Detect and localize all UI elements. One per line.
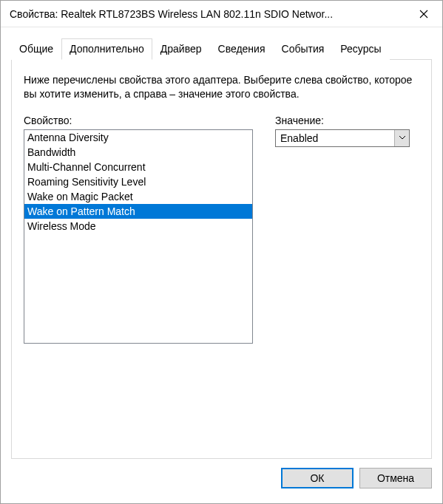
property-listbox[interactable]: Antenna Diversity Bandwidth Multi-Channe…: [24, 129, 253, 344]
tab-details[interactable]: Сведения: [210, 38, 274, 60]
tab-bar: Общие Дополнительно Драйвер Сведения Соб…: [11, 38, 432, 60]
list-item[interactable]: Bandwidth: [24, 145, 252, 160]
window-title: Свойства: Realtek RTL8723BS Wireless LAN…: [10, 8, 407, 20]
close-button[interactable]: [407, 2, 441, 26]
list-item[interactable]: Multi-Channel Concurrent: [24, 160, 252, 174]
form-row: Свойство: Antenna Diversity Bandwidth Mu…: [24, 115, 419, 344]
tab-driver[interactable]: Драйвер: [152, 38, 210, 60]
value-dropdown[interactable]: Enabled: [275, 129, 410, 147]
description-text: Ниже перечислены свойства этого адаптера…: [24, 73, 419, 101]
list-item[interactable]: Wake on Magic Packet: [24, 189, 252, 204]
close-icon: [419, 10, 428, 18]
list-item[interactable]: Antenna Diversity: [24, 130, 252, 145]
property-column: Свойство: Antenna Diversity Bandwidth Mu…: [24, 115, 253, 344]
tab-advanced[interactable]: Дополнительно: [61, 38, 152, 60]
property-label: Свойство:: [24, 115, 253, 126]
dropdown-value: Enabled: [276, 132, 394, 144]
dropdown-arrow-button[interactable]: [394, 130, 409, 146]
chevron-down-icon: [399, 136, 405, 140]
value-column: Значение: Enabled: [275, 115, 419, 344]
tab-events[interactable]: События: [274, 38, 333, 60]
list-item[interactable]: Wake on Pattern Match: [24, 204, 252, 219]
tab-resources[interactable]: Ресурсы: [332, 38, 389, 60]
button-bar: ОК Отмена: [1, 459, 442, 499]
list-item[interactable]: Wireless Mode: [24, 219, 252, 234]
ok-button[interactable]: ОК: [281, 468, 354, 488]
cancel-button[interactable]: Отмена: [359, 468, 432, 488]
value-label: Значение:: [275, 115, 419, 126]
tab-general[interactable]: Общие: [11, 38, 61, 60]
dialog-content: Общие Дополнительно Драйвер Сведения Соб…: [1, 27, 442, 459]
titlebar: Свойства: Realtek RTL8723BS Wireless LAN…: [1, 1, 442, 27]
tab-panel: Ниже перечислены свойства этого адаптера…: [11, 60, 432, 459]
list-item[interactable]: Roaming Sensitivity Level: [24, 174, 252, 189]
